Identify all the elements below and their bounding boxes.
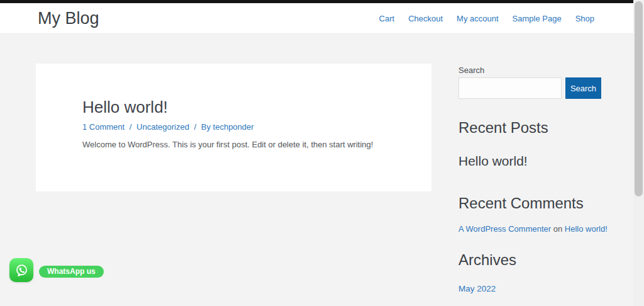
search-label: Search bbox=[458, 65, 484, 75]
post-meta: 1 Comment / Uncategorized / By techponde… bbox=[82, 122, 254, 132]
archive-month-link[interactable]: May 2022 bbox=[458, 284, 496, 293]
recent-comments-heading: Recent Comments bbox=[458, 195, 584, 212]
comment-post-link[interactable]: Hello world! bbox=[565, 224, 608, 234]
site-header: My Blog Cart Checkout My account Sample … bbox=[0, 3, 633, 34]
post-card: Hello world! 1 Comment / Uncategorized /… bbox=[36, 64, 431, 191]
vertical-scrollbar[interactable] bbox=[633, 0, 644, 306]
post-category-link[interactable]: Uncategorized bbox=[136, 122, 189, 132]
nav-item-cart[interactable]: Cart bbox=[379, 14, 395, 23]
nav-item-sample-page[interactable]: Sample Page bbox=[513, 14, 562, 23]
nav-item-checkout[interactable]: Checkout bbox=[408, 14, 443, 23]
recent-comment-item: A WordPress Commenter on Hello world! bbox=[458, 224, 608, 234]
post-excerpt: Welcome to WordPress. This is your first… bbox=[82, 140, 373, 149]
recent-posts-heading: Recent Posts bbox=[458, 119, 548, 137]
nav-item-my-account[interactable]: My account bbox=[457, 14, 498, 23]
search-form: Search bbox=[458, 77, 601, 99]
nav-item-shop[interactable]: Shop bbox=[575, 14, 594, 23]
archives-heading: Archives bbox=[458, 251, 516, 269]
page: My Blog Cart Checkout My account Sample … bbox=[0, 0, 644, 306]
post-author-link[interactable]: By techponder bbox=[201, 122, 254, 132]
whatsapp-label[interactable]: WhatsApp us bbox=[39, 266, 104, 278]
meta-separator: / bbox=[130, 122, 132, 132]
whatsapp-icon bbox=[13, 262, 30, 279]
meta-separator: / bbox=[194, 122, 197, 132]
post-title[interactable]: Hello world! bbox=[82, 98, 168, 117]
comment-connector: on bbox=[553, 224, 562, 234]
main-nav: Cart Checkout My account Sample Page Sho… bbox=[379, 3, 594, 34]
whatsapp-button[interactable] bbox=[9, 258, 33, 282]
scrollbar-thumb[interactable] bbox=[635, 1, 643, 196]
recent-post-link[interactable]: Hello world! bbox=[458, 154, 528, 169]
search-button[interactable]: Search bbox=[565, 77, 601, 99]
post-comments-link[interactable]: 1 Comment bbox=[82, 122, 125, 132]
search-input[interactable] bbox=[458, 77, 562, 99]
comment-author-link[interactable]: A WordPress Commenter bbox=[458, 224, 551, 234]
site-title[interactable]: My Blog bbox=[38, 3, 99, 34]
